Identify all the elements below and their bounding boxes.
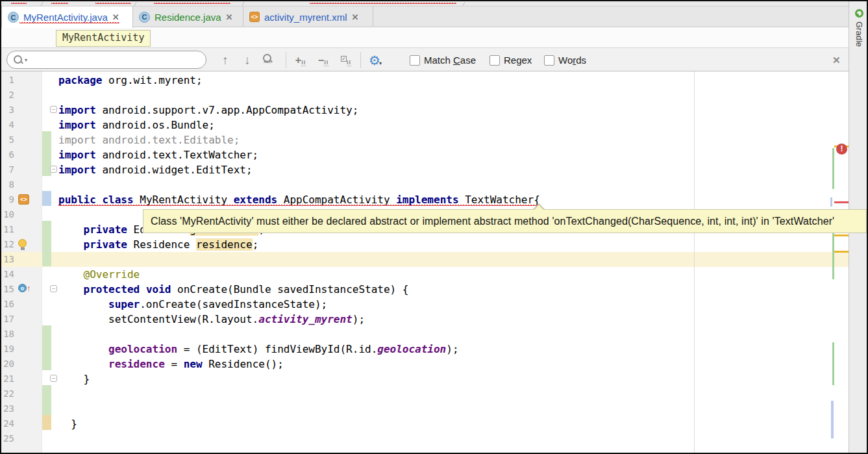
match-case-option[interactable]: Match Case — [410, 48, 476, 72]
stripe-mark-change[interactable] — [832, 342, 834, 385]
code-segment: ); — [446, 343, 458, 355]
divider — [40, 2, 43, 6]
code-line[interactable]: residence = new Residence(); — [58, 357, 284, 372]
code-line[interactable]: import android.widget.EditText; — [58, 162, 253, 177]
line-number[interactable]: 9 — [1, 192, 14, 207]
stripe-mark-error[interactable] — [834, 201, 849, 203]
stripe-mark-change[interactable] — [831, 401, 834, 438]
top-squiggle — [51, 3, 68, 5]
code-editor[interactable]: 1234567891011121314151617181920212223242… — [1, 71, 849, 453]
line-number[interactable]: 14 — [1, 267, 14, 282]
code-segment: protected — [84, 283, 140, 296]
fold-marker-icon[interactable]: – — [50, 166, 57, 173]
stripe-mark-warning[interactable] — [834, 234, 849, 236]
code-segment: @Override — [84, 268, 140, 281]
code-line[interactable]: protected void onCreate(Bundle savedInst… — [58, 282, 408, 297]
regex-checkbox[interactable] — [490, 55, 500, 66]
select-all-occurrences-button[interactable]: ✓II — [336, 48, 356, 72]
add-occurrence-button[interactable]: +II — [291, 48, 310, 72]
search-input[interactable]: ▾ — [6, 51, 206, 69]
tab-activity-myrent-xml[interactable]: <> activity_myrent.xml ✕ — [243, 6, 373, 27]
line-number[interactable]: 11 — [1, 222, 14, 237]
line-number[interactable]: 8 — [1, 177, 14, 192]
close-tab-icon[interactable]: ✕ — [352, 13, 359, 21]
code-line[interactable]: import android.support.v7.app.AppCompatA… — [58, 103, 358, 118]
tab-myrentactivity-java[interactable]: C MyRentActivity.java ✕ — [1, 6, 133, 28]
line-number[interactable]: 3 — [1, 103, 14, 118]
code-line[interactable]: } — [58, 372, 90, 386]
line-number[interactable]: 4 — [1, 118, 14, 132]
caret-line-highlight — [1, 252, 849, 267]
code-segment: activity_myrent — [258, 313, 353, 325]
line-number[interactable]: 2 — [1, 88, 14, 103]
code-line[interactable]: private Residence residence; — [58, 237, 258, 252]
line-number[interactable]: 16 — [1, 297, 14, 312]
change-marker-bar — [42, 191, 51, 206]
line-number[interactable]: 25 — [1, 431, 14, 446]
code-line[interactable]: geolocation = (EditText) findViewById(R.… — [58, 342, 459, 357]
code-line[interactable]: setContentView(R.layout.activity_myrent)… — [58, 312, 365, 327]
line-number[interactable]: 24 — [1, 416, 14, 431]
line-number[interactable]: 22 — [1, 386, 14, 401]
line-number[interactable]: 10 — [1, 207, 14, 222]
line-number[interactable]: 19 — [1, 342, 14, 357]
stripe-mark-change[interactable] — [832, 231, 834, 279]
code-segment: geolocation — [108, 343, 177, 355]
search-settings-button[interactable]: ⚙▾ — [365, 48, 386, 72]
line-number[interactable]: 5 — [1, 132, 14, 147]
line-number[interactable]: 18 — [1, 327, 14, 342]
regex-option[interactable]: Regex — [490, 48, 532, 72]
line-number[interactable]: 17 — [1, 312, 14, 327]
line-number[interactable]: 1 — [1, 73, 14, 88]
close-find-bar-button[interactable]: ✕ — [832, 48, 845, 72]
line-number[interactable]: 12 — [1, 237, 14, 252]
code-segment: onCreate(Bundle savedInstanceState) { — [171, 283, 408, 296]
match-case-checkbox[interactable] — [410, 55, 420, 66]
error-squiggle — [58, 205, 539, 207]
words-checkbox[interactable] — [544, 55, 554, 66]
stripe-mark-change[interactable] — [832, 148, 834, 189]
fold-marker-icon[interactable]: – — [50, 106, 57, 113]
line-number[interactable]: 15 — [1, 282, 14, 297]
code-segment — [58, 268, 84, 281]
gradle-tool-window-button[interactable]: Gradle — [852, 9, 865, 47]
line-number[interactable]: 13 — [1, 252, 14, 267]
line-number[interactable]: 20 — [1, 357, 14, 372]
next-occurrence-button[interactable]: ↓ — [239, 48, 256, 72]
words-option[interactable]: Words — [544, 48, 586, 72]
code-line[interactable]: @Override — [58, 267, 140, 282]
close-tab-icon[interactable]: ✕ — [112, 13, 119, 21]
close-tab-icon[interactable]: ✕ — [226, 13, 233, 21]
code-segment: org.wit.myrent; — [102, 74, 202, 86]
error-indicator-badge[interactable]: ! — [836, 144, 847, 155]
find-all-button[interactable]: ALL — [260, 48, 280, 72]
tab-residence-java[interactable]: C Residence.java ✕ — [133, 6, 243, 27]
code-segment: residence — [196, 238, 253, 251]
fold-marker-icon[interactable]: – — [50, 285, 57, 292]
divider — [462, 2, 465, 6]
search-history-chevron-icon[interactable]: ▾ — [25, 57, 27, 63]
remove-occurrence-button[interactable]: −II — [314, 48, 333, 72]
line-number[interactable]: 21 — [1, 372, 14, 386]
line-number[interactable]: 6 — [1, 147, 14, 162]
fold-marker-icon[interactable]: – — [50, 375, 57, 382]
code-segment: ; — [253, 238, 259, 251]
code-line[interactable]: } — [58, 416, 77, 431]
code-line[interactable]: import android.text.TextWatcher; — [58, 147, 258, 162]
top-squiggle — [154, 3, 230, 5]
overriding-method-icon[interactable]: o↑ — [18, 284, 31, 292]
code-line[interactable]: import android.text.Editable; — [58, 132, 240, 147]
code-line[interactable]: import android.os.Bundle; — [58, 118, 215, 132]
code-line[interactable]: package org.wit.myrent; — [58, 73, 203, 88]
code-line[interactable]: super.onCreate(savedInstanceState); — [58, 297, 327, 312]
stripe-mark-change[interactable] — [830, 197, 832, 207]
intention-bulb-icon[interactable] — [18, 239, 27, 247]
stripe-mark-warning[interactable] — [834, 251, 849, 253]
line-number[interactable]: 23 — [1, 401, 14, 416]
line-number[interactable]: 7 — [1, 162, 14, 177]
previous-occurrence-button[interactable]: ↑ — [217, 48, 234, 72]
related-xml-file-icon[interactable]: <> — [18, 194, 29, 205]
top-edge-strip — [1, 1, 849, 6]
change-marker-bar — [42, 221, 51, 266]
right-margin-guide — [694, 71, 695, 453]
